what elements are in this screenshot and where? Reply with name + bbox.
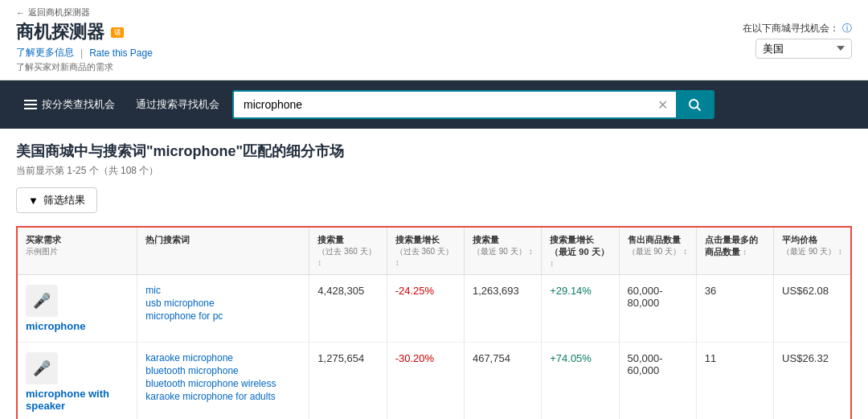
clear-button[interactable]: ✕ bbox=[649, 92, 676, 117]
th-avg-price[interactable]: 平均价格 （最近 90 天） ↕ bbox=[774, 227, 851, 275]
info-icon: ⓘ bbox=[842, 22, 852, 35]
th-search-growth-360[interactable]: 搜索量增长 （过去 360 天） ↕ bbox=[387, 227, 464, 275]
hamburger-icon bbox=[24, 100, 37, 109]
product-img-placeholder: 🎤 bbox=[26, 352, 58, 384]
search-label: 通过搜索寻找机会 bbox=[136, 97, 219, 112]
table-row: 🎤 microphone micusb microphonemicrophone… bbox=[17, 275, 851, 343]
keyword-link[interactable]: usb microphone bbox=[145, 298, 301, 309]
filter-button[interactable]: ▼ 筛选结果 bbox=[16, 187, 97, 213]
svg-point-0 bbox=[690, 100, 698, 109]
search-button[interactable] bbox=[676, 92, 713, 117]
th-demand: 买家需求 示例图片 bbox=[17, 227, 137, 275]
keyword-link[interactable]: bluetooth microphone wireless bbox=[145, 378, 301, 389]
back-link-text: 返回商机探测器 bbox=[28, 6, 90, 18]
keyword-link[interactable]: karaoke microphone for adults bbox=[145, 391, 301, 402]
search-icon bbox=[687, 97, 702, 112]
cell-search-growth-360: -30.20% bbox=[387, 343, 464, 420]
keyword-link[interactable]: microphone for pc bbox=[145, 310, 301, 322]
product-name[interactable]: microphone bbox=[26, 320, 85, 332]
keyword-link[interactable]: bluetooth microphone bbox=[145, 365, 301, 376]
cell-keywords: micusb microphonemicrophone for pc bbox=[137, 275, 309, 343]
th-click-count[interactable]: 点击量最多的商品数量 ↕ bbox=[696, 227, 773, 275]
logo-area: 商机探测器 话 bbox=[16, 20, 153, 44]
product-img-placeholder: 🎤 bbox=[26, 285, 58, 317]
page-title: 美国商城中与搜索词"microphone"匹配的细分市场 bbox=[16, 142, 852, 161]
search-bar: 按分类查找机会 通过搜索寻找机会 ✕ bbox=[0, 80, 868, 129]
sort-icon-3: ↕ bbox=[529, 247, 533, 256]
cell-sold-count: 60,000-80,000 bbox=[619, 275, 696, 343]
sort-icon-5: ↕ bbox=[683, 247, 687, 256]
cell-demand: 🎤 microphone bbox=[17, 275, 137, 343]
header-left: ← 返回商机探测器 商机探测器 话 了解更多信息 | Rate this Pag… bbox=[16, 6, 153, 73]
sort-icon-6: ↕ bbox=[743, 248, 747, 257]
cell-sold-count: 50,000-60,000 bbox=[619, 343, 696, 420]
filter-label: 筛选结果 bbox=[43, 193, 85, 207]
menu-button[interactable]: 按分类查找机会 bbox=[16, 92, 123, 117]
cell-search-vol-90: 1,263,693 bbox=[464, 275, 541, 343]
th-keywords: 热门搜索词 bbox=[137, 227, 309, 275]
logo-text: 商机探测器 bbox=[16, 20, 104, 44]
cell-avg-price: US$62.08 bbox=[774, 275, 851, 343]
th-search-vol-90[interactable]: 搜索量 （最近 90 天） ↕ bbox=[464, 227, 541, 275]
cell-search-vol-90: 467,754 bbox=[464, 343, 541, 420]
header-right: 在以下商城寻找机会： ⓘ 美国 日本 英国 德国 法国 bbox=[743, 22, 852, 59]
th-search-growth-90[interactable]: 搜索量增长（最近 90 天） ↕ bbox=[542, 227, 619, 275]
cell-avg-price: US$26.32 bbox=[774, 343, 851, 420]
svg-line-1 bbox=[697, 107, 700, 110]
cell-search-growth-90: +29.14% bbox=[542, 275, 619, 343]
store-select[interactable]: 美国 日本 英国 德国 法国 bbox=[755, 39, 852, 59]
table-row: 🎤 microphone with speaker karaoke microp… bbox=[17, 343, 851, 420]
results-table: 买家需求 示例图片 热门搜索词 搜索量 （过去 360 天） ↕ 搜索量增长 （… bbox=[16, 226, 852, 419]
logo-badge: 话 bbox=[111, 27, 124, 38]
rate-page-link[interactable]: Rate this Page bbox=[89, 47, 153, 59]
th-search-vol-360[interactable]: 搜索量 （过去 360 天） ↕ bbox=[309, 227, 387, 275]
back-arrow-icon: ← bbox=[16, 8, 25, 18]
top-header: ← 返回商机探测器 商机探测器 话 了解更多信息 | Rate this Pag… bbox=[0, 0, 868, 80]
cell-click-count: 11 bbox=[696, 343, 773, 420]
sort-icon-2: ↕ bbox=[395, 258, 399, 267]
main-content: 美国商城中与搜索词"microphone"匹配的细分市场 当前显示第 1-25 … bbox=[0, 129, 868, 419]
cell-search-vol-360: 4,428,305 bbox=[309, 275, 387, 343]
menu-label: 按分类查找机会 bbox=[42, 97, 115, 112]
header-links: 了解更多信息 | Rate this Page bbox=[16, 46, 153, 60]
search-input[interactable] bbox=[234, 92, 649, 117]
sort-icon-7: ↕ bbox=[838, 247, 842, 256]
keyword-link[interactable]: karaoke microphone bbox=[145, 352, 301, 364]
sort-icon: ↕ bbox=[317, 258, 321, 267]
th-sold-count[interactable]: 售出商品数量 （最近 90 天） ↕ bbox=[619, 227, 696, 275]
page-subtitle: 当前显示第 1-25 个（共 108 个） bbox=[16, 164, 852, 178]
separator: | bbox=[80, 47, 83, 59]
store-label: 在以下商城寻找机会： ⓘ bbox=[743, 22, 852, 35]
header-sub-text: 了解买家对新商品的需求 bbox=[16, 61, 153, 73]
cell-search-growth-90: +74.05% bbox=[542, 343, 619, 420]
filter-icon: ▼ bbox=[28, 195, 39, 207]
sort-icon-4: ↕ bbox=[550, 259, 554, 268]
table-header-row: 买家需求 示例图片 热门搜索词 搜索量 （过去 360 天） ↕ 搜索量增长 （… bbox=[17, 227, 851, 275]
back-link[interactable]: ← 返回商机探测器 bbox=[16, 6, 153, 18]
more-info-link[interactable]: 了解更多信息 bbox=[16, 46, 74, 60]
keyword-link[interactable]: mic bbox=[145, 285, 301, 296]
cell-keywords: karaoke microphonebluetooth microphonebl… bbox=[137, 343, 309, 420]
cell-search-growth-360: -24.25% bbox=[387, 275, 464, 343]
cell-demand: 🎤 microphone with speaker bbox=[17, 343, 137, 420]
search-input-wrap: ✕ bbox=[232, 90, 714, 119]
product-name[interactable]: microphone with speaker bbox=[26, 388, 109, 412]
cell-click-count: 36 bbox=[696, 275, 773, 343]
cell-search-vol-360: 1,275,654 bbox=[309, 343, 387, 420]
